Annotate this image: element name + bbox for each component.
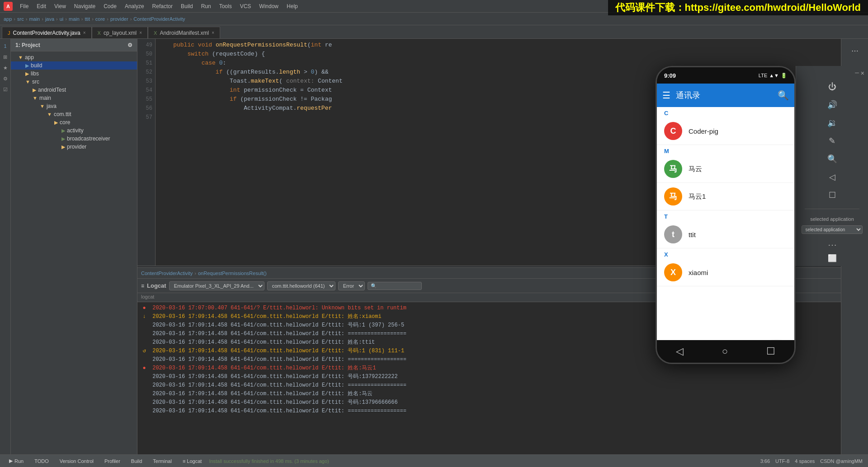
profiler-button[interactable]: Profiler: [101, 458, 124, 465]
tab-java[interactable]: J ContentProviderActivity.java ×: [2, 27, 92, 38]
emulator-dropdown[interactable]: Emulator Pixel_3_XL_API_29 And...: [169, 281, 264, 290]
left-tab-build[interactable]: ⚙: [0, 74, 10, 84]
contact-xiaomi[interactable]: X xiaomi: [657, 259, 794, 286]
path-java[interactable]: java: [45, 16, 54, 22]
sidebar-header: 1: Project ⚙: [11, 39, 137, 51]
menu-tools[interactable]: Tools: [216, 2, 236, 10]
tab-cp-layout[interactable]: X cp_layout.xml ×: [92, 27, 148, 38]
log-error-icon-8: ●: [141, 364, 147, 373]
package-dropdown[interactable]: com.ttit.helloworld (641): [267, 281, 335, 290]
tab-java-close[interactable]: ×: [83, 30, 86, 35]
broadcast-file-icon: ▶: [61, 136, 65, 142]
left-tab-favorites[interactable]: ★: [0, 63, 10, 73]
status-success-message: Install successfully finished in 498 ms.…: [209, 458, 329, 464]
tab-cp-close[interactable]: ×: [139, 30, 142, 35]
contact-mayun[interactable]: 马 马云: [657, 155, 794, 183]
tree-app[interactable]: ▼ app: [11, 53, 137, 61]
log-line-11: 2020-03-16 17:09:14.458 641-641/com.ttit…: [141, 390, 837, 398]
status-bar: ▶ Run TODO Version Control Profiler Buil…: [0, 454, 868, 467]
breadcrumb-activity[interactable]: ContentProviderActivity: [141, 271, 193, 276]
path-ttit[interactable]: ttit: [85, 16, 90, 22]
phone-menu-icon[interactable]: ☰: [662, 90, 670, 101]
version-control-button[interactable]: Version Control: [56, 458, 97, 465]
phone-nav-home[interactable]: ○: [722, 346, 728, 357]
emu-power-btn[interactable]: ⏻: [824, 79, 840, 95]
tree-java[interactable]: ▼ java: [11, 102, 137, 110]
phone-nav-recents[interactable]: ☐: [766, 346, 775, 357]
emu-vol-down-btn[interactable]: 🔉: [824, 115, 840, 131]
path-activity[interactable]: ContentProviderActivity: [133, 16, 185, 22]
run-label: Run: [14, 458, 24, 464]
menu-navigate[interactable]: Navigate: [71, 2, 99, 10]
menu-edit[interactable]: Edit: [33, 2, 50, 10]
menu-refactor[interactable]: Refactor: [149, 2, 176, 10]
path-app[interactable]: app: [4, 16, 12, 22]
emu-zoom-btn[interactable]: 🔍: [824, 151, 840, 167]
path-main2[interactable]: main: [69, 16, 80, 22]
logcat-search-input[interactable]: [368, 282, 422, 290]
activity-file-icon: ▶: [61, 128, 65, 134]
menu-file[interactable]: File: [16, 2, 32, 10]
xml-icon: X: [98, 30, 101, 36]
path-ui[interactable]: ui: [60, 16, 64, 22]
level-dropdown[interactable]: Error: [338, 281, 365, 290]
right-btn-1[interactable]: ⋯: [847, 42, 863, 59]
emu-selected-app-label: selected application: [808, 215, 856, 224]
path-main[interactable]: main: [29, 16, 40, 22]
phone-search-icon[interactable]: 🔍: [778, 90, 789, 101]
left-tab-structure[interactable]: ⊞: [0, 52, 10, 62]
menu-code[interactable]: Code: [100, 2, 120, 10]
phone-screen: ☰ 通讯录 🔍 C C Coder-pig M 马 马云: [657, 84, 794, 340]
path-core[interactable]: core: [95, 16, 105, 22]
emu-edit-btn[interactable]: ✎: [824, 133, 840, 149]
menu-build[interactable]: Build: [177, 2, 197, 10]
tree-androidtest[interactable]: ▶ androidTest: [11, 86, 137, 94]
menu-run[interactable]: Run: [198, 2, 215, 10]
tree-main[interactable]: ▼ main: [11, 94, 137, 102]
tree-activity[interactable]: ▶ activity: [11, 126, 137, 135]
menu-vcs[interactable]: VCS: [236, 2, 255, 10]
logcat-icon: ≡: [141, 283, 144, 289]
breadcrumb-method[interactable]: onRequestPermissionsResult(): [198, 271, 267, 276]
contact-avatar-ttit: t: [664, 225, 682, 243]
tree-src[interactable]: ▼ src: [11, 78, 137, 86]
menu-window[interactable]: Window: [255, 2, 282, 10]
menu-help[interactable]: Help: [283, 2, 302, 10]
terminal-button[interactable]: Terminal: [149, 458, 175, 465]
logcat-button[interactable]: ≡ Logcat: [179, 458, 206, 465]
emu-close-button[interactable]: ×: [861, 70, 864, 77]
contact-ttit[interactable]: t ttit: [657, 221, 794, 248]
tree-comttit[interactable]: ▼ com.ttit: [11, 110, 137, 118]
left-tab-todo[interactable]: ☑: [0, 84, 10, 94]
contact-mayun1[interactable]: 马 马云1: [657, 183, 794, 210]
tree-broadcastreceiver[interactable]: ▶ broadcastreceiver: [11, 135, 137, 143]
tab-manifest[interactable]: X AndroidManifest.xml ×: [148, 27, 220, 38]
sidebar-gear-icon[interactable]: ⚙: [127, 42, 132, 48]
todo-button[interactable]: TODO: [31, 458, 52, 465]
emu-back-btn[interactable]: ◁: [824, 169, 840, 185]
path-provider[interactable]: provider: [110, 16, 128, 22]
build-button[interactable]: Build: [127, 458, 146, 465]
log-error-icon-1: ●: [141, 304, 147, 313]
tree-libs[interactable]: ▶ libs: [11, 70, 137, 78]
emu-vol-up-btn[interactable]: 🔊: [824, 97, 840, 113]
tree-provider[interactable]: ▶ provider: [11, 143, 137, 151]
log-line-8: ● 2020-03-16 17:09:14.458 641-641/com.tt…: [141, 364, 837, 373]
tree-build[interactable]: ▶ build: [11, 61, 137, 70]
emu-square-btn[interactable]: ☐: [824, 187, 840, 203]
tab-java-label: ContentProviderActivity.java: [13, 30, 80, 36]
menu-view[interactable]: View: [51, 2, 70, 10]
phone-nav-back[interactable]: ◁: [676, 346, 684, 357]
emu-app-dropdown[interactable]: selected application: [802, 225, 863, 234]
tab-manifest-close[interactable]: ×: [212, 30, 214, 35]
left-tab-project[interactable]: 1: [0, 41, 10, 51]
tree-core[interactable]: ▶ core: [11, 118, 137, 126]
menu-analyze[interactable]: Analyze: [121, 2, 148, 10]
contact-coder-pig[interactable]: C Coder-pig: [657, 117, 794, 145]
emu-maximize-btn[interactable]: ⬜: [828, 254, 837, 262]
path-src[interactable]: src: [17, 16, 24, 22]
contact-avatar-mayun1: 马: [664, 187, 682, 205]
run-button[interactable]: ▶ Run: [5, 457, 27, 465]
emu-dots-btn[interactable]: ⋯: [828, 239, 837, 250]
emu-minimize-icon[interactable]: ─: [855, 70, 859, 77]
